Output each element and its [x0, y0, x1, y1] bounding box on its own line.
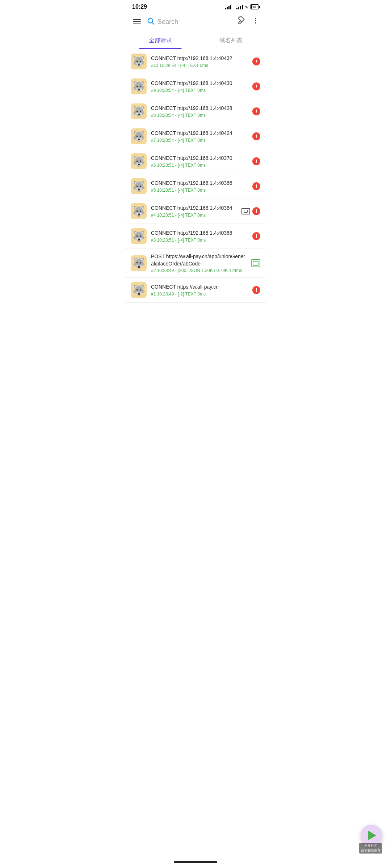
- error-badge: !: [252, 286, 260, 294]
- search-area[interactable]: Search: [147, 17, 233, 27]
- status-bar: 10:29 ∿ 16: [125, 0, 266, 12]
- list-item[interactable]: 🐺CONNECT http://192.168.1.4:40428#8 10:2…: [125, 99, 266, 124]
- top-bar: Search: [125, 12, 266, 31]
- request-meta: #8 10:28:54 - [-4] TEXT 0ms: [151, 113, 248, 118]
- request-meta: #1 10:28:49 - [-2] TEXT 0ms: [151, 292, 248, 297]
- battery-icon: 16: [250, 4, 259, 9]
- request-url: POST https://w.all-pay.cn/app/unionGener…: [151, 253, 247, 267]
- request-meta: #10 10:28:54 - [-4] TEXT 0ms: [151, 63, 248, 68]
- menu-button[interactable]: [131, 18, 142, 26]
- avatar: 🐺: [131, 178, 147, 194]
- more-options-button[interactable]: [252, 17, 260, 27]
- error-badge: !: [252, 232, 260, 240]
- avatar: 🐺: [131, 228, 147, 244]
- request-url: CONNECT https://w.all-pay.cn: [151, 284, 248, 291]
- request-meta: #3 10:28:51 - [-4] TEXT 0ms: [151, 238, 248, 243]
- svg-point-5: [255, 22, 256, 24]
- error-badge: !: [252, 132, 260, 140]
- list-item[interactable]: 🐺CONNECT https://w.all-pay.cn#1 10:28:49…: [125, 278, 266, 303]
- list-item[interactable]: 🐺CONNECT http://192.168.1.4:40368#3 10:2…: [125, 224, 266, 249]
- request-list: 🐺CONNECT http://192.168.1.4:40432#10 10:…: [125, 49, 266, 303]
- svg-rect-6: [253, 261, 258, 265]
- error-badge: !: [252, 207, 260, 215]
- list-item[interactable]: 🐺CONNECT http://192.168.1.4:40424#7 10:2…: [125, 124, 266, 149]
- request-url: CONNECT http://192.168.1.4:40368: [151, 230, 248, 237]
- tab-domain-list[interactable]: 域名列表: [196, 33, 266, 49]
- screenshot-badge: [241, 208, 250, 214]
- clear-button[interactable]: [237, 16, 247, 27]
- json-badge: [251, 259, 260, 267]
- request-meta: #5 10:28:51 - [-4] TEXT 0ms: [151, 188, 248, 193]
- request-url: CONNECT http://192.168.1.4:40366: [151, 180, 248, 187]
- tabs: 全部请求 域名列表: [125, 33, 266, 49]
- status-time: 10:29: [132, 4, 147, 10]
- tab-all-requests[interactable]: 全部请求: [125, 33, 196, 49]
- avatar: 🐺: [131, 128, 147, 144]
- avatar: 🐺: [131, 282, 147, 298]
- request-url: CONNECT http://192.168.1.4:40370: [151, 155, 248, 162]
- request-meta: #2 10:28:49 - [200] JSON 1.30K / 0.79K 1…: [151, 268, 247, 273]
- list-item[interactable]: 🐺POST https://w.all-pay.cn/app/unionGene…: [125, 249, 266, 278]
- svg-line-2: [240, 21, 241, 22]
- wifi-icon: ∿: [244, 4, 249, 10]
- signal-bars-1: [225, 4, 231, 9]
- list-item[interactable]: 🐺CONNECT http://192.168.1.4:40366#5 10:2…: [125, 174, 266, 199]
- signal-bars-2: [236, 4, 243, 9]
- list-item[interactable]: 🐺CONNECT http://192.168.1.4:40370#6 10:2…: [125, 149, 266, 174]
- avatar: 🐺: [131, 255, 147, 271]
- list-item[interactable]: 🐺CONNECT http://192.168.1.4:40432#10 10:…: [125, 49, 266, 74]
- top-actions: [237, 16, 260, 27]
- request-url: CONNECT http://192.168.1.4:40424: [151, 130, 248, 137]
- request-url: CONNECT http://192.168.1.4:40432: [151, 55, 248, 62]
- search-placeholder: Search: [157, 18, 178, 26]
- request-meta: #7 10:28:54 - [-4] TEXT 0ms: [151, 138, 248, 143]
- avatar: 🐺: [131, 203, 147, 219]
- error-badge: !: [252, 157, 260, 165]
- request-url: CONNECT http://192.168.1.4:40430: [151, 80, 248, 87]
- error-badge: !: [252, 82, 260, 90]
- request-url: CONNECT http://192.168.1.4:40428: [151, 105, 248, 112]
- avatar: 🐺: [131, 78, 147, 94]
- list-item[interactable]: 🐺CONNECT http://192.168.1.4:40364#4 10:2…: [125, 199, 266, 224]
- svg-line-1: [152, 22, 154, 24]
- error-badge: !: [252, 58, 260, 65]
- search-icon: [147, 17, 155, 27]
- avatar: 🐺: [131, 153, 147, 169]
- error-badge: !: [252, 107, 260, 115]
- status-icons: ∿ 16: [225, 4, 259, 10]
- request-meta: #4 10:28:51 - [-4] TEXT 0ms: [151, 213, 237, 218]
- svg-point-3: [255, 18, 256, 19]
- request-meta: #9 10:28:54 - [-4] TEXT 0ms: [151, 88, 248, 93]
- list-item[interactable]: 🐺CONNECT http://192.168.1.4:40430#9 10:2…: [125, 74, 266, 99]
- error-badge: !: [252, 182, 260, 190]
- avatar: 🐺: [131, 54, 147, 69]
- avatar: 🐺: [131, 103, 147, 119]
- request-meta: #6 10:28:51 - [-4] TEXT 0ms: [151, 163, 248, 168]
- request-url: CONNECT http://192.168.1.4:40364: [151, 205, 237, 212]
- svg-point-4: [255, 20, 256, 21]
